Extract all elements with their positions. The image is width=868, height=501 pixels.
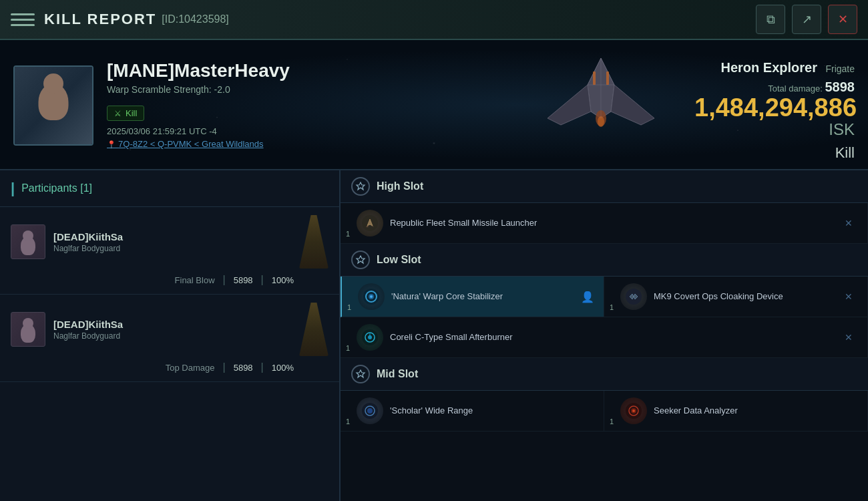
participant-name: [DEAD]KiithSa <box>53 319 291 330</box>
svg-point-17 <box>368 335 372 339</box>
total-damage-value: 5898 <box>825 79 855 94</box>
slot-item[interactable]: 1 'Natura' Warp Core Stabilizer 👤 <box>341 277 604 317</box>
participants-panel: Participants [1] [DEAD]KiithSa Naglfar B… <box>0 170 341 501</box>
svg-rect-7 <box>593 71 596 85</box>
participant-name-block: [DEAD]KiithSa Naglfar Bodyguard <box>53 319 291 341</box>
svg-point-13 <box>370 295 373 298</box>
participant-damage: 5898 <box>234 363 253 373</box>
low-slot-label: Low Slot <box>377 254 421 266</box>
participant-avatar <box>11 224 45 259</box>
main-content: Participants [1] [DEAD]KiithSa Naglfar B… <box>0 170 868 501</box>
item-remove-button[interactable]: ✕ <box>839 215 858 231</box>
participant-corp: Naglfar Bodyguard <box>53 244 291 253</box>
hero-stats: Heron Explorer Frigate Total damage: 589… <box>694 40 868 169</box>
item-remove-button[interactable]: ✕ <box>839 329 858 345</box>
copy-button[interactable]: ⧉ <box>756 5 785 34</box>
participants-header: Participants [1] <box>0 170 339 207</box>
item-name: Seeker Data Analyzer <box>654 405 858 417</box>
item-qty: 1 <box>610 303 614 311</box>
slot-item[interactable]: 1 MK9 Covert Ops Cloaking Device ✕ <box>604 277 868 317</box>
item-qty: 1 <box>610 418 614 426</box>
participant-role: Final Blow <box>175 275 215 285</box>
participant-bottom: Final Blow | 5898 | 100% <box>11 274 329 286</box>
participant-weapon-icon <box>299 303 329 356</box>
header-id: [ID:10423598] <box>162 13 229 25</box>
svg-point-20 <box>367 408 373 413</box>
participant-name: [DEAD]KiithSa <box>53 231 291 242</box>
item-name: Republic Fleet Small Missile Launcher <box>390 217 833 229</box>
avatar-image <box>15 67 92 144</box>
menu-button[interactable] <box>11 7 35 31</box>
item-name: MK9 Covert Ops Cloaking Device <box>654 291 833 303</box>
high-slot-icon <box>351 177 370 196</box>
mid-slot-header: Mid Slot <box>341 358 868 391</box>
item-name: Coreli C-Type Small Afterburner <box>390 331 833 343</box>
total-damage-label: Total damage: 5898 <box>694 79 855 95</box>
low-slot-header: Low Slot <box>341 244 868 277</box>
slot-item[interactable]: 1 Republic Fleet Small Missile Launcher … <box>341 203 868 244</box>
fittings-panel: High Slot 1 Republic Fleet Small Missile… <box>341 170 868 501</box>
ship-icon <box>534 51 668 158</box>
export-button[interactable]: ↗ <box>792 5 821 34</box>
hero-info: [MANE]MasterHeavy Warp Scramble Strength… <box>107 40 507 169</box>
item-remove-button[interactable]: ✕ <box>839 289 858 305</box>
ship-display <box>507 40 694 169</box>
isk-row: 1,484,294,886 ISK <box>694 95 855 139</box>
close-icon: ✕ <box>838 12 848 27</box>
participant-card: [DEAD]KiithSa Naglfar Bodyguard Top Dama… <box>0 295 339 382</box>
item-icon <box>357 397 383 424</box>
participant-avatar <box>11 312 45 347</box>
participant-role: Top Damage <box>166 363 215 373</box>
item-icon <box>620 397 647 424</box>
item-icon <box>357 324 383 351</box>
participant-weapon-icon <box>299 215 329 269</box>
isk-label: ISK <box>829 120 855 138</box>
participant-damage: 5898 <box>234 275 253 285</box>
person-icon: 👤 <box>581 291 594 303</box>
slot-item[interactable]: 1 Seeker Data Analyzer <box>604 391 868 432</box>
header-actions: ⧉ ↗ ✕ <box>756 5 857 34</box>
participant-card: [DEAD]KiithSa Naglfar Bodyguard Final Bl… <box>0 207 339 295</box>
low-slot-items: 1 'Natura' Warp Core Stabilizer 👤 1 <box>341 277 868 358</box>
item-icon <box>358 283 385 310</box>
participant-pct: 100% <box>272 363 294 373</box>
isk-value: 1,484,294,886 <box>694 94 857 122</box>
high-slot-items: 1 Republic Fleet Small Missile Launcher … <box>341 203 868 244</box>
svg-marker-1 <box>548 85 591 125</box>
item-icon <box>620 283 647 310</box>
ship-type: Frigate <box>825 63 855 74</box>
participant-name-block: [DEAD]KiithSa Naglfar Bodyguard <box>53 231 291 253</box>
export-icon: ↗ <box>802 12 812 27</box>
item-name: 'Scholar' Wide Range <box>390 405 594 417</box>
location-link[interactable]: 7Q-8Z2 < Q-PVMK < Great Wildlands <box>107 139 507 149</box>
item-qty: 1 <box>347 303 351 311</box>
slot-item[interactable]: 1 Coreli C-Type Small Afterburner ✕ <box>341 317 868 358</box>
item-qty: 1 <box>346 418 350 426</box>
participant-pct: 100% <box>272 275 294 285</box>
mid-slot-label: Mid Slot <box>377 368 418 380</box>
warp-scramble: Warp Scramble Strength: -2.0 <box>107 84 507 95</box>
participant-top: [DEAD]KiithSa Naglfar Bodyguard <box>11 215 329 269</box>
mid-slot-icon <box>351 365 370 383</box>
mid-slot-items: 1 'Scholar' Wide Range 1 <box>341 391 868 432</box>
outcome-label: Kill <box>694 144 855 162</box>
slot-item[interactable]: 1 'Scholar' Wide Range <box>341 391 604 432</box>
header-title: KILL REPORT <box>44 11 156 28</box>
header: KILL REPORT [ID:10423598] ⧉ ↗ ✕ <box>0 0 868 40</box>
svg-rect-8 <box>606 71 609 85</box>
item-name: 'Natura' Warp Core Stabilizer <box>391 291 572 303</box>
kill-badge: Kill <box>107 106 144 121</box>
high-slot-header: High Slot <box>341 170 868 203</box>
copy-icon: ⧉ <box>767 13 775 27</box>
participant-top: [DEAD]KiithSa Naglfar Bodyguard <box>11 303 329 356</box>
hero-section: [MANE]MasterHeavy Warp Scramble Strength… <box>0 40 868 170</box>
close-button[interactable]: ✕ <box>828 5 857 34</box>
item-qty: 1 <box>346 230 350 238</box>
svg-point-24 <box>632 409 635 412</box>
item-icon <box>357 210 383 236</box>
high-slot-label: High Slot <box>377 180 423 192</box>
item-qty: 1 <box>346 344 350 352</box>
participant-bottom: Top Damage | 5898 | 100% <box>11 361 329 373</box>
ship-name: Heron Explorer <box>720 60 817 75</box>
datetime: 2025/03/06 21:59:21 UTC -4 <box>107 126 507 136</box>
